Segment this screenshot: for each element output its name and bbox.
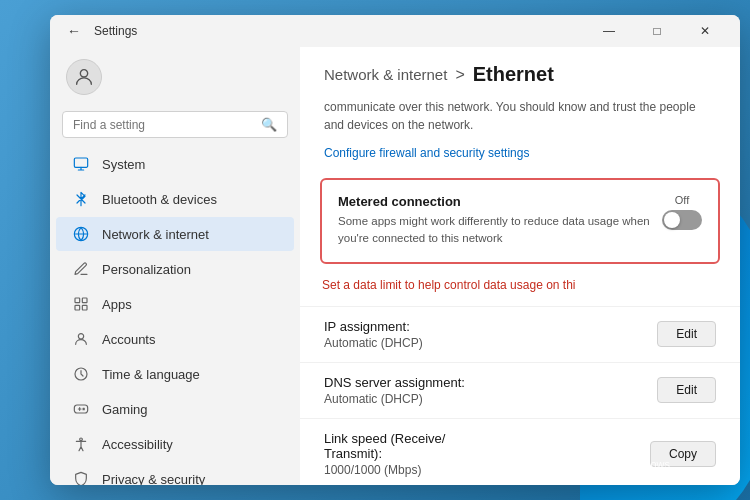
ip-assignment-title: IP assignment:: [324, 319, 657, 334]
user-profile: [50, 47, 300, 107]
privacy-icon: [72, 470, 90, 485]
sidebar-item-accessibility[interactable]: Accessibility: [56, 427, 294, 461]
metered-connection-description: Some apps might work differently to redu…: [338, 213, 650, 248]
dns-assignment-title: DNS server assignment:: [324, 375, 657, 390]
sidebar-item-label: Apps: [102, 297, 132, 312]
data-limit-link[interactable]: Set a data limit to help control data us…: [300, 278, 740, 306]
sidebar-item-time[interactable]: Time & language: [56, 357, 294, 391]
sidebar-item-gaming[interactable]: Gaming: [56, 392, 294, 426]
dns-edit-button[interactable]: Edit: [657, 377, 716, 403]
link-speed-title: Link speed (Receive/Transmit):: [324, 431, 650, 461]
sidebar-item-accounts[interactable]: Accounts: [56, 322, 294, 356]
sidebar-item-label: Privacy & security: [102, 472, 205, 486]
sidebar: 🔍 System Bluetooth & devices: [50, 47, 300, 485]
ip-assignment-row: IP assignment: Automatic (DHCP) Edit: [300, 306, 740, 362]
search-icon: 🔍: [261, 117, 277, 132]
window-title: Settings: [94, 24, 586, 38]
breadcrumb-current: Ethernet: [473, 63, 554, 86]
minimize-button[interactable]: —: [586, 15, 632, 47]
search-input[interactable]: [73, 118, 253, 132]
sidebar-item-label: Network & internet: [102, 227, 209, 242]
toggle-label: Off: [675, 194, 689, 206]
svg-rect-5: [82, 305, 87, 310]
ip-assignment-value: Automatic (DHCP): [324, 336, 657, 350]
sidebar-item-personalization[interactable]: Personalization: [56, 252, 294, 286]
toggle-area: Off: [662, 194, 702, 230]
accessibility-icon: [72, 435, 90, 453]
breadcrumb: Network & internet > Ethernet: [300, 47, 740, 98]
close-button[interactable]: ✕: [682, 15, 728, 47]
dns-assignment-value: Automatic (DHCP): [324, 392, 657, 406]
system-icon: [72, 155, 90, 173]
sidebar-item-label: Bluetooth & devices: [102, 192, 217, 207]
breadcrumb-arrow: >: [455, 66, 464, 84]
sidebar-item-label: Time & language: [102, 367, 200, 382]
accounts-icon: [72, 330, 90, 348]
svg-rect-4: [75, 305, 80, 310]
dns-assignment-left: DNS server assignment: Automatic (DHCP): [324, 375, 657, 406]
ip-edit-button[interactable]: Edit: [657, 321, 716, 347]
time-icon: [72, 365, 90, 383]
gaming-icon: [72, 400, 90, 418]
sidebar-item-network[interactable]: Network & internet: [56, 217, 294, 251]
metered-connection-card: Metered connection Some apps might work …: [320, 178, 720, 264]
sidebar-item-apps[interactable]: Apps: [56, 287, 294, 321]
personalization-icon: [72, 260, 90, 278]
window-body: 🔍 System Bluetooth & devices: [50, 47, 740, 485]
window-controls: — □ ✕: [586, 15, 728, 47]
sidebar-item-bluetooth[interactable]: Bluetooth & devices: [56, 182, 294, 216]
link-speed-row: Link speed (Receive/Transmit): 1000/1000…: [300, 418, 740, 486]
sidebar-item-label: Gaming: [102, 402, 148, 417]
breadcrumb-parent: Network & internet: [324, 66, 447, 83]
apps-icon: [72, 295, 90, 313]
metered-connection-title: Metered connection: [338, 194, 650, 209]
title-bar: ← Settings — □ ✕: [50, 15, 740, 47]
dns-assignment-row: DNS server assignment: Automatic (DHCP) …: [300, 362, 740, 418]
sidebar-item-label: Accounts: [102, 332, 155, 347]
settings-window: ← Settings — □ ✕: [50, 15, 740, 485]
content-panel: Network & internet > Ethernet communicat…: [300, 47, 740, 485]
back-button[interactable]: ←: [62, 19, 86, 43]
maximize-button[interactable]: □: [634, 15, 680, 47]
sidebar-item-system[interactable]: System: [56, 147, 294, 181]
svg-point-6: [78, 334, 83, 339]
bluetooth-icon: [72, 190, 90, 208]
svg-rect-1: [74, 158, 87, 167]
link-speed-left: Link speed (Receive/Transmit): 1000/1000…: [324, 431, 650, 477]
svg-point-0: [80, 70, 87, 77]
link-speed-copy-button[interactable]: Copy: [650, 441, 716, 467]
configure-firewall-link[interactable]: Configure firewall and security settings: [300, 146, 740, 174]
sidebar-item-label: System: [102, 157, 145, 172]
nav-items: System Bluetooth & devices Network & int…: [50, 146, 300, 485]
link-speed-value: 1000/1000 (Mbps): [324, 463, 650, 477]
svg-rect-2: [75, 298, 80, 303]
metered-connection-text: Metered connection Some apps might work …: [338, 194, 650, 248]
metered-toggle[interactable]: [662, 210, 702, 230]
avatar[interactable]: [66, 59, 102, 95]
sidebar-item-privacy[interactable]: Privacy & security: [56, 462, 294, 485]
sidebar-item-label: Personalization: [102, 262, 191, 277]
svg-point-9: [80, 438, 83, 441]
svg-rect-3: [82, 298, 87, 303]
ip-assignment-left: IP assignment: Automatic (DHCP): [324, 319, 657, 350]
desktop: indowso activate Windows ← Settings — □ …: [0, 0, 750, 500]
description-text: communicate over this network. You shoul…: [300, 98, 740, 146]
sidebar-item-label: Accessibility: [102, 437, 173, 452]
network-icon: [72, 225, 90, 243]
search-box[interactable]: 🔍: [62, 111, 288, 138]
